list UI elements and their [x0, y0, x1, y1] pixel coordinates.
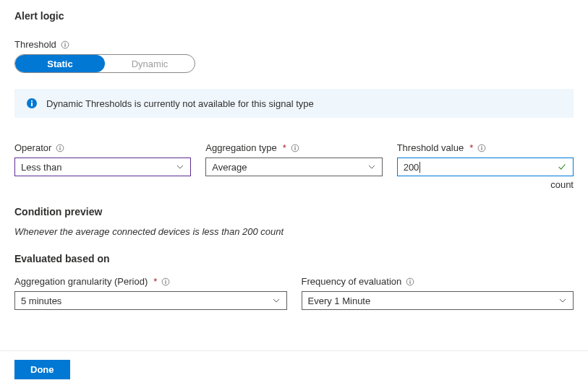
chevron-down-icon: [367, 163, 376, 171]
info-icon[interactable]: [477, 144, 486, 152]
frequency-select[interactable]: Every 1 Minute: [302, 291, 574, 310]
alert-logic-header: Alert logic: [14, 10, 574, 22]
threshold-value-input-wrap[interactable]: [397, 158, 574, 176]
condition-preview-text: Whenever the average connected devices i…: [14, 226, 574, 237]
info-icon[interactable]: [61, 40, 69, 49]
svg-rect-5: [31, 103, 33, 106]
required-indicator: *: [153, 276, 157, 287]
info-icon[interactable]: [291, 144, 299, 152]
svg-rect-14: [482, 147, 482, 150]
chevron-down-icon: [176, 163, 184, 171]
threshold-toggle[interactable]: Static Dynamic: [14, 54, 195, 73]
svg-rect-8: [60, 147, 61, 150]
threshold-value-label: Threshold value: [397, 142, 464, 153]
svg-point-10: [294, 146, 295, 147]
svg-point-7: [60, 146, 61, 147]
chevron-down-icon: [558, 296, 567, 305]
svg-rect-17: [166, 281, 166, 284]
svg-point-19: [410, 280, 411, 280]
svg-point-1: [64, 43, 65, 43]
footer: Done: [0, 350, 588, 388]
evaluated-based-on-header: Evaluated based on: [14, 253, 574, 264]
svg-rect-11: [294, 147, 295, 150]
svg-point-16: [166, 280, 166, 280]
svg-rect-2: [64, 44, 65, 47]
operator-select[interactable]: Less than: [14, 158, 191, 176]
threshold-value-input[interactable]: [404, 162, 421, 173]
dynamic-unavailable-callout: Dynamic Thresholds is currently not avai…: [14, 89, 574, 118]
text-cursor: [419, 162, 420, 173]
required-indicator: *: [469, 142, 473, 153]
threshold-label: Threshold: [14, 39, 56, 50]
info-icon[interactable]: [406, 277, 414, 286]
info-icon[interactable]: [56, 144, 64, 152]
threshold-dynamic-option[interactable]: Dynamic: [105, 55, 195, 72]
required-indicator: *: [283, 142, 286, 153]
chevron-down-icon: [272, 296, 281, 305]
threshold-unit: count: [397, 179, 574, 190]
aggregation-type-label: Aggregation type: [205, 142, 276, 153]
info-icon: [26, 98, 38, 109]
svg-point-13: [482, 146, 482, 147]
callout-text: Dynamic Thresholds is currently not avai…: [46, 98, 314, 109]
threshold-static-option[interactable]: Static: [15, 55, 105, 72]
done-button[interactable]: Done: [14, 360, 70, 379]
aggregation-granularity-select[interactable]: 5 minutes: [14, 291, 287, 310]
info-icon[interactable]: [161, 277, 170, 286]
svg-point-4: [31, 100, 33, 102]
operator-label: Operator: [14, 142, 51, 153]
aggregation-type-select[interactable]: Average: [205, 158, 382, 176]
check-icon: [557, 162, 567, 172]
frequency-label: Frequency of evaluation: [302, 276, 402, 287]
svg-rect-20: [410, 281, 411, 284]
aggregation-granularity-label: Aggregation granularity (Period): [14, 276, 148, 287]
condition-preview-header: Condition preview: [14, 206, 574, 217]
